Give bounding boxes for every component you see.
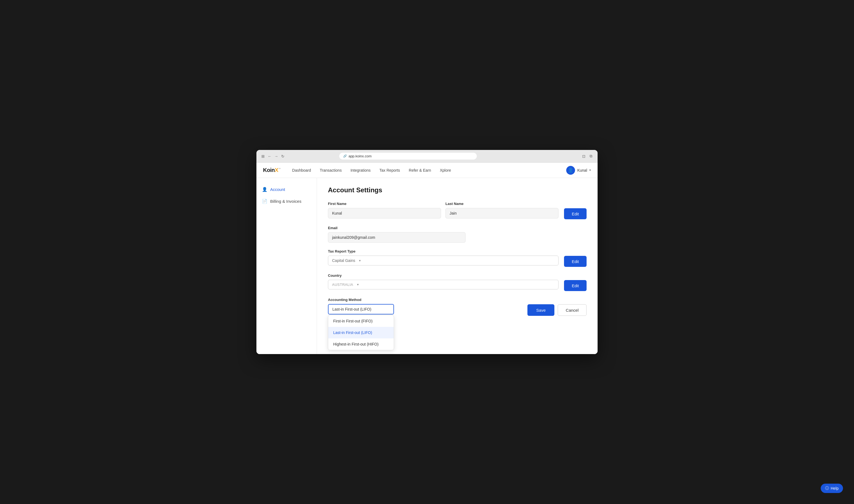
help-icon: ⓘ [825, 486, 829, 491]
user-chevron: ▾ [589, 168, 591, 172]
nav-xplore[interactable]: Xplore [436, 166, 455, 174]
nav-transactions[interactable]: Transactions [316, 166, 346, 174]
sidebar-item-account[interactable]: 👤 Account [256, 183, 317, 195]
refresh-button[interactable]: ↻ [280, 154, 285, 159]
email-input[interactable] [328, 232, 466, 242]
user-area[interactable]: 👤 Kunal ▾ [566, 166, 591, 175]
account-icon: 👤 [262, 187, 268, 192]
accounting-method-row: Accounting Method First-in First-out (FI… [328, 298, 586, 316]
dropdown-option-hifo[interactable]: Highest-in First-out (HIFO) [328, 338, 394, 350]
country-field: Country AUSTRALIA ▼ [328, 273, 559, 289]
country-label: Country [328, 273, 559, 277]
dropdown-option-lifo[interactable]: Last-in First-out (LIFO) [328, 327, 394, 338]
app-logo[interactable]: KoinX™ [263, 167, 280, 173]
app-navbar: KoinX™ Dashboard Transactions Integratio… [256, 163, 598, 178]
accounting-method-input[interactable] [328, 304, 394, 314]
save-button[interactable]: Save [527, 304, 555, 316]
first-name-field: First Name [328, 202, 441, 218]
first-name-label: First Name [328, 202, 441, 206]
tax-report-type-dropdown[interactable]: Capital Gains ▼ [328, 256, 559, 266]
sidebar-billing-label: Billing & Invoices [270, 199, 301, 203]
tax-report-row: Tax Report Type Capital Gains ▼ Edit [328, 249, 586, 267]
nav-dashboard[interactable]: Dashboard [288, 166, 315, 174]
email-section: Email [328, 226, 586, 242]
sidebar-item-billing[interactable]: 📄 Billing & Invoices [256, 195, 317, 207]
email-label: Email [328, 226, 586, 230]
edit-country-button[interactable]: Edit [564, 280, 586, 291]
nav-links: Dashboard Transactions Integrations Tax … [288, 166, 566, 174]
sidebar-account-label: Account [270, 187, 285, 192]
nav-integrations[interactable]: Integrations [347, 166, 375, 174]
accounting-method-label: Accounting Method [328, 298, 522, 302]
address-bar[interactable]: 🔗 app.koinx.com [339, 153, 477, 160]
page-title: Account Settings [328, 186, 586, 194]
action-row: Save Cancel [527, 304, 586, 316]
main-content: 👤 Account 📄 Billing & Invoices Account S… [256, 178, 598, 354]
help-label: Help [831, 486, 839, 490]
logo-x: X [275, 167, 278, 173]
browser-right-controls: ⊡ ⧉ [582, 154, 593, 159]
user-name: Kunal [577, 168, 587, 173]
sidebar-toggle-button[interactable]: ⊞ [261, 154, 265, 159]
new-tab-button[interactable]: ⊡ [582, 154, 586, 159]
url-text: app.koinx.com [349, 154, 372, 158]
logo-tm: ™ [278, 167, 280, 170]
country-row: Country AUSTRALIA ▼ Edit [328, 273, 586, 291]
accounting-method-field: Accounting Method First-in First-out (FI… [328, 298, 522, 314]
accounting-field-wrapper: First-in First-out (FIFO) Last-in First-… [328, 304, 394, 314]
country-dropdown-arrow: ▼ [357, 283, 359, 286]
first-name-input[interactable] [328, 208, 441, 218]
last-name-label: Last Name [446, 202, 559, 206]
country-value: AUSTRALIA [332, 283, 353, 287]
name-row: First Name Last Name Edit [328, 202, 586, 219]
tax-report-field: Tax Report Type Capital Gains ▼ [328, 249, 559, 266]
sidebar: 👤 Account 📄 Billing & Invoices [256, 178, 317, 354]
help-button[interactable]: ⓘ Help [821, 484, 843, 493]
edit-tax-button[interactable]: Edit [564, 256, 586, 267]
split-view-button[interactable]: ⧉ [589, 154, 593, 159]
nav-tax-reports[interactable]: Tax Reports [376, 166, 404, 174]
logo-koin: Koin [263, 167, 275, 173]
browser-chrome: ⊞ ← → ↻ 🔗 app.koinx.com ⊡ ⧉ [256, 150, 598, 163]
billing-icon: 📄 [262, 199, 268, 204]
dropdown-option-fifo[interactable]: First-in First-out (FIFO) [328, 315, 394, 327]
name-fields: First Name Last Name [328, 202, 559, 218]
tax-report-dropdown-arrow: ▼ [359, 259, 361, 262]
lock-icon: 🔗 [343, 154, 347, 158]
edit-name-button[interactable]: Edit [564, 208, 586, 219]
nav-refer-earn[interactable]: Refer & Earn [405, 166, 435, 174]
cancel-button[interactable]: Cancel [558, 304, 586, 316]
tax-report-type-label: Tax Report Type [328, 249, 559, 253]
accounting-dropdown-menu: First-in First-out (FIFO) Last-in First-… [328, 315, 394, 350]
content-area: Account Settings First Name Last Name [317, 178, 598, 354]
forward-button[interactable]: → [274, 154, 278, 159]
name-two-col: First Name Last Name [328, 202, 559, 218]
last-name-field: Last Name [446, 202, 559, 218]
back-button[interactable]: ← [268, 154, 272, 159]
browser-controls: ⊞ ← → ↻ [261, 154, 285, 159]
user-avatar-icon: 👤 [568, 167, 574, 173]
browser-window: ⊞ ← → ↻ 🔗 app.koinx.com ⊡ ⧉ KoinX™ Dashb… [256, 150, 598, 354]
country-dropdown[interactable]: AUSTRALIA ▼ [328, 280, 559, 289]
tax-report-type-value: Capital Gains [332, 258, 355, 263]
user-avatar: 👤 [566, 166, 575, 175]
last-name-input[interactable] [446, 208, 559, 218]
